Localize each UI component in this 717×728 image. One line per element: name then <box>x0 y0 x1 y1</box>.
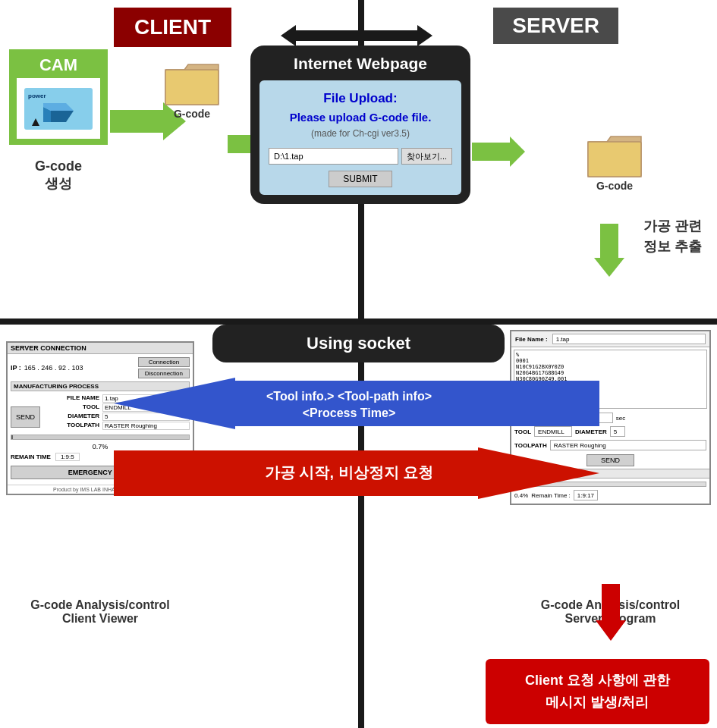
upload-instruction: Please upload G-code file. <box>269 111 452 124</box>
gcode-gen-label: G-code생성 <box>9 158 108 193</box>
send-button[interactable]: SEND <box>11 406 40 428</box>
svg-rect-0 <box>296 30 417 41</box>
svg-marker-17 <box>114 378 599 429</box>
svg-text:power: power <box>28 93 46 99</box>
svg-text:가공 시작, 비상정지 요청: 가공 시작, 비상정지 요청 <box>265 464 433 481</box>
sp-find-unit: sec <box>616 415 625 422</box>
svg-marker-2 <box>417 25 432 46</box>
webpage-box: Internet Webpage File Upload: Please upl… <box>250 46 470 204</box>
browse-button[interactable]: 찾아보기... <box>401 148 452 165</box>
gcode-folder-server: G-code <box>588 133 641 192</box>
progress-fill <box>11 435 13 439</box>
svg-rect-15 <box>588 142 641 177</box>
socket-box: Using socket <box>212 325 505 362</box>
webpage-title: Internet Webpage <box>259 55 461 73</box>
code-line: N20G4BG17G88G49 <box>516 370 705 376</box>
remain-label: REMAIN TIME <box>11 453 51 460</box>
webpage-inner: File Upload: Please upload G-code file. … <box>259 80 461 195</box>
svg-marker-22 <box>596 584 626 641</box>
upload-sub: (made for Ch-cgi ver3.5) <box>269 128 452 139</box>
gcode-folder-server-label: G-code <box>588 180 641 192</box>
connection-button[interactable]: Connection <box>138 357 190 367</box>
svg-marker-13 <box>472 136 525 167</box>
ip-row: IP : 165 . 246 . 92 . 103 Connection Dis… <box>11 357 190 378</box>
sp-header: File Name : 1.tap <box>511 331 709 347</box>
sp-filename-val: 1.tap <box>552 334 706 344</box>
ip-label: IP : <box>11 364 21 372</box>
cam-image: power <box>17 78 100 139</box>
svg-marker-16 <box>594 224 624 277</box>
blue-arrow-left: <Tool info.> <Tool-path info> <Process T… <box>114 378 599 429</box>
file-upload-title: File Upload: <box>269 91 452 106</box>
tool-key: TOOL <box>46 403 99 412</box>
red-message-box: Client 요청 사항에 관한 메시지 발생/처리 <box>486 659 709 724</box>
progress-bar <box>11 435 190 440</box>
cam-label: CAM <box>15 55 102 75</box>
svg-marker-1 <box>281 25 296 46</box>
client-viewer-header: SERVER CONNECTION <box>8 343 193 354</box>
red-message-line1: Client 요청 사항에 관한 <box>525 673 670 688</box>
filename-key: FILE NAME <box>46 394 99 403</box>
ip-value: 165 . 246 . 92 . 103 <box>24 364 83 372</box>
code-line: 0001 <box>516 358 705 364</box>
sp-diameter-val: 5 <box>610 426 625 437</box>
server-info-label: 가공 관련정보 추출 <box>643 216 702 257</box>
horizontal-divider <box>0 318 717 325</box>
server-label: SERVER <box>493 8 618 44</box>
red-message-line2: 메시지 발생/처리 <box>546 695 649 710</box>
sp-filename-label: File Name : <box>515 336 548 343</box>
toolpath-key: TOOLPATH <box>46 422 99 430</box>
gcode-folder-client: G-code <box>165 61 219 120</box>
cam-box: CAM power <box>9 49 108 145</box>
arrow-server-down <box>594 224 624 277</box>
file-input-display: D:\1.tap <box>269 148 398 165</box>
client-viewer-label: G-code Analysis/control Client Viewer <box>6 598 194 626</box>
remain-value: 1:9:5 <box>55 453 80 461</box>
file-input-row: D:\1.tap 찾아보기... <box>269 148 452 165</box>
client-label: CLIENT <box>114 8 231 47</box>
submit-button[interactable]: SUBMIT <box>329 171 392 187</box>
red-down-arrow <box>596 584 626 641</box>
client-viewer-label-line1: G-code Analysis/control <box>6 598 194 612</box>
red-arrow-right: 가공 시작, 비상정지 요청 <box>114 447 599 499</box>
code-line: N10C91G2BX0Y0Z0 <box>516 364 705 370</box>
conn-buttons: Connection Disconnection <box>138 357 190 378</box>
svg-rect-11 <box>165 70 219 105</box>
diameter-key: DIAMETER <box>46 413 99 421</box>
send-btn-area: SEND <box>11 394 40 428</box>
arrow-web-to-server <box>472 136 525 167</box>
socket-title: Using socket <box>228 334 489 353</box>
svg-text:<Process Time>: <Process Time> <box>303 406 395 419</box>
code-line: % <box>516 352 705 358</box>
gcode-folder-client-label: G-code <box>165 108 219 120</box>
client-viewer-label-line2: Client Viewer <box>6 612 194 626</box>
svg-text:<Tool info.> <Tool-path info>: <Tool info.> <Tool-path info> <box>266 390 432 403</box>
